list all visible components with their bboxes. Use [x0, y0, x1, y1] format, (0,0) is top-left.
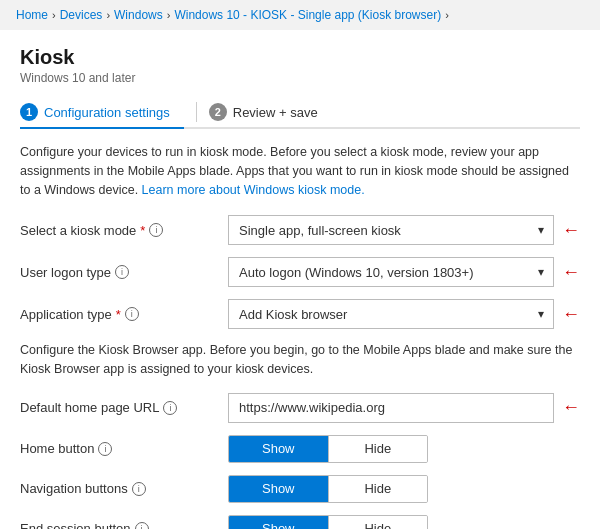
- user-logon-select[interactable]: Auto logon (Windows 10, version 1803+) L…: [228, 257, 554, 287]
- nav-buttons-label: Navigation buttons i: [20, 481, 220, 496]
- chevron-icon-2: ›: [106, 9, 110, 21]
- home-url-arrow: ←: [562, 397, 580, 418]
- tab-review-number: 2: [209, 103, 227, 121]
- home-button-toggle: Show Hide: [228, 435, 428, 463]
- chevron-icon-4: ›: [445, 9, 449, 21]
- breadcrumb-devices[interactable]: Devices: [60, 8, 103, 22]
- app-type-select[interactable]: Add Kiosk browser Add Windows app: [228, 299, 554, 329]
- nav-buttons-toggle: Show Hide: [228, 475, 428, 503]
- config-description: Configure your devices to run in kiosk m…: [20, 143, 580, 199]
- kiosk-mode-label: Select a kiosk mode * i: [20, 223, 220, 238]
- home-url-input[interactable]: [228, 393, 554, 423]
- home-button-show[interactable]: Show: [229, 436, 328, 462]
- chevron-icon: ›: [52, 9, 56, 21]
- kiosk-mode-select-wrapper: Single app, full-screen kiosk Multi app …: [228, 215, 554, 245]
- end-session-show[interactable]: Show: [229, 516, 328, 529]
- nav-buttons-row: Navigation buttons i Show Hide: [20, 475, 580, 503]
- breadcrumb-kiosk[interactable]: Windows 10 - KIOSK - Single app (Kiosk b…: [174, 8, 441, 22]
- tab-review-label: Review + save: [233, 105, 318, 120]
- app-type-arrow: ←: [562, 304, 580, 325]
- app-type-required: *: [116, 307, 121, 322]
- user-logon-info-icon[interactable]: i: [115, 265, 129, 279]
- nav-buttons-control: Show Hide: [228, 475, 580, 503]
- user-logon-arrow: ←: [562, 262, 580, 283]
- user-logon-select-wrapper: Auto logon (Windows 10, version 1803+) L…: [228, 257, 554, 287]
- user-logon-control: Auto logon (Windows 10, version 1803+) L…: [228, 257, 580, 287]
- app-type-label: Application type * i: [20, 307, 220, 322]
- home-url-info-icon[interactable]: i: [163, 401, 177, 415]
- home-button-control: Show Hide: [228, 435, 580, 463]
- end-session-control: Show Hide: [228, 515, 580, 529]
- tab-separator: [196, 102, 197, 122]
- kiosk-mode-required: *: [140, 223, 145, 238]
- user-logon-row: User logon type i Auto logon (Windows 10…: [20, 257, 580, 287]
- home-url-label: Default home page URL i: [20, 400, 220, 415]
- app-type-info-icon[interactable]: i: [125, 307, 139, 321]
- tab-config[interactable]: 1 Configuration settings: [20, 97, 184, 129]
- tab-review[interactable]: 2 Review + save: [209, 97, 332, 129]
- kiosk-mode-select[interactable]: Single app, full-screen kiosk Multi app …: [228, 215, 554, 245]
- end-session-row: End session button i Show Hide: [20, 515, 580, 529]
- nav-buttons-info-icon[interactable]: i: [132, 482, 146, 496]
- end-session-hide[interactable]: Hide: [329, 516, 428, 529]
- page-title: Kiosk: [20, 46, 580, 69]
- user-logon-label: User logon type i: [20, 265, 220, 280]
- home-button-label: Home button i: [20, 441, 220, 456]
- nav-buttons-show[interactable]: Show: [229, 476, 328, 502]
- kiosk-mode-arrow: ←: [562, 220, 580, 241]
- home-button-row: Home button i Show Hide: [20, 435, 580, 463]
- learn-more-link[interactable]: Learn more about Windows kiosk mode.: [142, 183, 365, 197]
- tab-config-number: 1: [20, 103, 38, 121]
- chevron-icon-3: ›: [167, 9, 171, 21]
- kiosk-mode-info-icon[interactable]: i: [149, 223, 163, 237]
- end-session-toggle: Show Hide: [228, 515, 428, 529]
- kiosk-mode-row: Select a kiosk mode * i Single app, full…: [20, 215, 580, 245]
- home-url-row: Default home page URL i ←: [20, 393, 580, 423]
- tab-config-label: Configuration settings: [44, 105, 170, 120]
- tab-bar: 1 Configuration settings 2 Review + save: [20, 97, 580, 129]
- breadcrumb: Home › Devices › Windows › Windows 10 - …: [0, 0, 600, 30]
- breadcrumb-windows[interactable]: Windows: [114, 8, 163, 22]
- end-session-label: End session button i: [20, 521, 220, 529]
- app-type-select-wrapper: Add Kiosk browser Add Windows app: [228, 299, 554, 329]
- app-type-control: Add Kiosk browser Add Windows app ←: [228, 299, 580, 329]
- nav-buttons-hide[interactable]: Hide: [329, 476, 428, 502]
- browser-section-desc: Configure the Kiosk Browser app. Before …: [20, 341, 580, 379]
- page-subtitle: Windows 10 and later: [20, 71, 580, 85]
- kiosk-mode-control: Single app, full-screen kiosk Multi app …: [228, 215, 580, 245]
- app-type-row: Application type * i Add Kiosk browser A…: [20, 299, 580, 329]
- home-button-info-icon[interactable]: i: [98, 442, 112, 456]
- home-button-hide[interactable]: Hide: [329, 436, 428, 462]
- end-session-info-icon[interactable]: i: [135, 522, 149, 529]
- breadcrumb-home[interactable]: Home: [16, 8, 48, 22]
- home-url-control: ←: [228, 393, 580, 423]
